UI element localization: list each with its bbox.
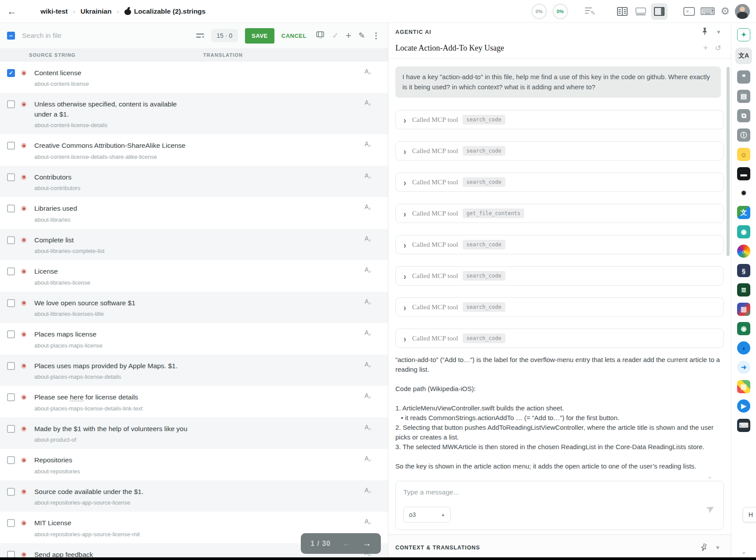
spellcheck-translate-icon[interactable]: A✓: [365, 518, 372, 525]
green-list-extension-icon[interactable]: ≣: [737, 283, 750, 296]
save-button[interactable]: SAVE: [245, 28, 274, 44]
translate-extension-icon[interactable]: 文: [737, 206, 750, 219]
table-row[interactable]: Places maps licenseabout-places-maps-lic…: [0, 323, 388, 354]
row-checkbox[interactable]: [7, 519, 15, 527]
row-checkbox[interactable]: [7, 330, 15, 338]
teal-eye-extension-icon[interactable]: ◉: [737, 225, 750, 238]
expand-context-chevron-icon[interactable]: ▼: [715, 545, 720, 551]
breadcrumb-file[interactable]: Localizable (2).strings: [124, 7, 206, 15]
video-eye-extension-icon[interactable]: ▶: [737, 399, 750, 413]
row-checkbox[interactable]: [7, 100, 15, 108]
table-row[interactable]: Creative Commons Attribution-ShareAlike …: [0, 134, 388, 165]
progress-circle-overall[interactable]: 0%: [531, 4, 547, 19]
row-checkbox[interactable]: [7, 425, 15, 433]
mcp-tool-call-card[interactable]: ›Called MCP toolsearch_code: [395, 110, 724, 129]
add-key-icon[interactable]: +: [346, 30, 351, 41]
spellcheck-translate-icon[interactable]: A✓: [365, 68, 372, 75]
table-row[interactable]: Made by the $1 with the help of voluntee…: [0, 417, 388, 449]
row-checkbox[interactable]: [7, 393, 15, 401]
spellcheck-translate-icon[interactable]: A✓: [365, 99, 372, 106]
translate-panel-icon[interactable]: 文A: [735, 48, 752, 64]
spellcheck-translate-icon[interactable]: A✓: [365, 487, 372, 494]
keyboard-extension-icon[interactable]: ⌨: [737, 419, 750, 432]
rail-collapse-chevron-icon[interactable]: ⌄: [741, 548, 747, 556]
compass-extension-icon[interactable]: ✹: [737, 187, 750, 200]
table-row[interactable]: Unless otherwise specified, content is a…: [0, 93, 388, 134]
user-avatar[interactable]: [735, 4, 750, 19]
chat-history-icon[interactable]: ↺: [715, 44, 721, 53]
collapse-panel-chevron-icon[interactable]: ▼: [716, 29, 721, 35]
row-checkbox[interactable]: [7, 488, 15, 496]
mcp-tool-call-card[interactable]: ›Called MCP toolsearch_code: [395, 329, 724, 348]
back-icon[interactable]: ←: [7, 6, 17, 17]
row-checkbox[interactable]: [7, 299, 15, 307]
layout-bottom-panel-icon[interactable]: [632, 3, 649, 20]
row-checkbox[interactable]: [7, 205, 15, 212]
row-checkbox[interactable]: [7, 236, 15, 244]
spellcheck-translate-icon[interactable]: A✓: [365, 329, 372, 336]
spellcheck-translate-icon[interactable]: A✓: [365, 235, 372, 242]
bulk-edit-icon[interactable]: ✎: [585, 7, 595, 16]
context-translations-bar[interactable]: CONTEXT & TRANSLATIONS ▼: [388, 534, 731, 560]
search-input[interactable]: [22, 32, 189, 40]
blue-cap-extension-icon[interactable]: ◖: [737, 341, 750, 355]
message-composer[interactable]: Type a message... o3 ▲ ➤: [395, 481, 724, 530]
agentic-ai-icon[interactable]: ✦: [737, 28, 750, 41]
spellcheck-translate-icon[interactable]: A✓: [365, 298, 372, 305]
pin-icon[interactable]: [701, 28, 708, 37]
spellcheck-translate-icon[interactable]: A✓: [365, 266, 372, 273]
mcp-tool-call-card[interactable]: ›Called MCP toolsearch_code: [395, 266, 724, 285]
settings-gear-icon[interactable]: ⚙: [720, 5, 730, 17]
row-checkbox[interactable]: [7, 267, 15, 275]
layout-right-panel-icon[interactable]: [651, 3, 668, 20]
row-checkbox[interactable]: [7, 173, 15, 181]
table-row[interactable]: Licenseabout-libraries-licenseA✓: [0, 260, 388, 291]
row-checkbox[interactable]: ✓: [7, 69, 15, 77]
row-checkbox[interactable]: [7, 362, 15, 370]
table-row[interactable]: Please see here for license detailsabout…: [0, 386, 388, 417]
row-checkbox[interactable]: [7, 456, 15, 464]
table-row[interactable]: ✓Content licenseabout-content-licenseA✓: [0, 62, 388, 93]
keyboard-icon[interactable]: ⌨: [700, 5, 716, 18]
spellcheck-translate-icon[interactable]: A✓: [365, 172, 372, 179]
duplicate-icon[interactable]: →: [316, 31, 325, 40]
select-all-checkbox[interactable]: –: [7, 32, 15, 40]
spellcheck-translate-icon[interactable]: A✓: [365, 424, 372, 431]
progress-circle-reviewed[interactable]: 0%: [552, 4, 568, 19]
spellcheck-translate-icon[interactable]: A✓: [365, 203, 372, 210]
spellcheck-translate-icon[interactable]: A✓: [365, 361, 372, 368]
section-sign-extension-icon[interactable]: §: [737, 264, 750, 277]
card-list-icon[interactable]: ▤: [737, 90, 750, 103]
cancel-button[interactable]: CANCEL: [281, 33, 307, 39]
model-select[interactable]: o3 ▲: [403, 507, 451, 523]
menu-icon[interactable]: [25, 8, 33, 15]
color-wheel-extension-icon[interactable]: ○: [737, 245, 750, 258]
spellcheck-translate-icon[interactable]: A✓: [365, 392, 372, 399]
filter-icon[interactable]: [196, 33, 204, 39]
prev-page-icon[interactable]: ←: [342, 538, 351, 549]
send-message-icon[interactable]: ➤: [703, 501, 717, 516]
smiley-extension-icon[interactable]: ☺: [737, 148, 750, 161]
green-eye-extension-icon[interactable]: ◉: [737, 322, 750, 335]
table-row[interactable]: Repositoriesabout-repositoriesA✓: [0, 449, 388, 480]
edit-icon[interactable]: ✎: [358, 31, 365, 40]
table-row[interactable]: Places uses maps provided by Apple Maps.…: [0, 355, 388, 386]
terminal-icon[interactable]: >_: [683, 7, 695, 16]
ai-panel-scrollbar[interactable]: [727, 67, 730, 256]
chat-scroll-area[interactable]: I have a key "action-add-to" in this fil…: [388, 59, 731, 534]
mcp-tool-call-card[interactable]: ›Called MCP toolsearch_code: [395, 235, 724, 254]
cube-extension-icon[interactable]: ▦: [737, 380, 750, 393]
spellcheck-translate-icon[interactable]: A✓: [365, 455, 372, 462]
comments-icon[interactable]: ❝: [737, 70, 750, 84]
mcp-tool-call-card[interactable]: ›Called MCP toolget_file_contents: [395, 204, 724, 223]
message-input[interactable]: Type a message...: [403, 488, 459, 496]
next-page-icon[interactable]: →: [362, 538, 371, 549]
breadcrumb-language[interactable]: Ukrainian: [80, 7, 112, 15]
new-chat-icon[interactable]: +: [703, 43, 708, 53]
table-row[interactable]: Source code available under the $1.about…: [0, 480, 388, 512]
approve-icon[interactable]: ✓: [332, 31, 339, 40]
breadcrumb-project[interactable]: wiki-test: [40, 7, 68, 15]
mcp-tool-call-card[interactable]: ›Called MCP toolsearch_code: [395, 172, 724, 192]
bookmarks-icon[interactable]: ⧉: [737, 109, 750, 122]
table-row[interactable]: Libraries usedabout-librariesA✓: [0, 197, 388, 228]
